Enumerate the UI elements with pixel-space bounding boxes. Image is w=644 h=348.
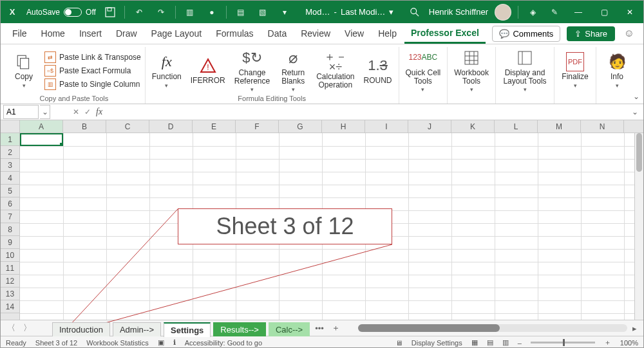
minimize-button[interactable]: — [569,8,588,17]
copy-button[interactable]: Copy ▾ [7,48,41,93]
col-header-B[interactable]: B [63,120,106,133]
finalize-button[interactable]: PDFFinalize▾ [558,48,592,93]
tab-professor-excel[interactable]: Professor Excel [404,24,486,44]
share-button[interactable]: ⇪ Share [567,26,615,41]
sheet-nav-next[interactable]: 〉 [21,322,34,334]
toggle-switch[interactable] [64,8,82,17]
smiley-icon[interactable]: ☺ [620,28,638,39]
round-button[interactable]: 1.3ROUND [361,48,395,93]
quick-cell-tools-button[interactable]: 123ABCQuick Cell Tools▾ [403,48,444,93]
row-header-12[interactable]: 12 [1,275,19,288]
col-header-C[interactable]: C [106,120,149,133]
col-header-F[interactable]: F [236,120,279,133]
qat-icon-1[interactable]: ▥ [182,5,198,20]
horizontal-scrollbar[interactable] [358,324,627,332]
row-header-11[interactable]: 11 [1,262,19,275]
hscroll-right-icon[interactable]: ▸ [630,324,639,333]
zoom-slider[interactable] [531,342,595,343]
row-header-9[interactable]: 9 [1,236,19,249]
return-blanks-button[interactable]: ⌀Return Blanks▾ [276,48,310,93]
qat-icon-3[interactable]: ▤ [233,5,249,20]
paste-single-column[interactable]: ▥Paste to Single Column [44,78,141,90]
paste-exact-formula[interactable]: =$Paste Exact Formula [44,65,141,77]
qat-icon-4[interactable]: ▧ [255,5,270,20]
expand-formula-bar-icon[interactable]: ⌄ [632,107,638,116]
row-header-13[interactable]: 13 [1,288,19,300]
row-header-8[interactable]: 8 [1,223,19,236]
sheet-tab-admin[interactable]: Admin--> [113,322,161,336]
zoom-value[interactable]: 100% [620,339,638,347]
tab-help[interactable]: Help [372,24,403,42]
maximize-button[interactable]: ▢ [594,8,614,17]
sheet-tab-introduction[interactable]: Introduction [52,322,110,336]
active-cell[interactable] [20,133,63,146]
save-icon[interactable] [102,5,118,20]
paste-link-transpose[interactable]: ⇄Paste Link & Transpose [44,51,141,63]
row-header-6[interactable]: 6 [1,197,19,210]
brush-icon[interactable]: ✎ [547,5,562,20]
col-header-L[interactable]: L [495,120,538,133]
select-all-corner[interactable] [1,120,20,133]
row-header-4[interactable]: 4 [1,172,19,185]
col-header-G[interactable]: G [279,120,322,133]
comments-button[interactable]: 💬 Comments [492,26,560,42]
tab-view[interactable]: View [338,24,370,42]
vertical-scroll-thumb[interactable] [636,133,642,172]
tab-page-layout[interactable]: Page Layout [145,24,209,42]
display-layout-button[interactable]: Display and Layout Tools▾ [500,48,550,93]
record-macro-icon[interactable]: ▣ [158,338,164,347]
tab-insert[interactable]: Insert [73,24,108,42]
col-header-D[interactable]: D [149,120,193,133]
undo-icon[interactable]: ↶ [131,5,147,20]
name-box[interactable]: A1 [3,105,39,119]
status-workbook-stats[interactable]: Workbook Statistics [86,339,148,347]
col-header-H[interactable]: H [322,120,365,133]
overflow-icon[interactable]: ▾ [277,5,292,20]
sheet-tab-settings[interactable]: Settings [164,322,211,337]
cancel-formula-icon[interactable]: ✕ [73,107,79,116]
zoom-out-icon[interactable]: – [518,339,522,347]
function-button[interactable]: fxFunction▾ [149,48,184,93]
row-header-14[interactable]: 14 [1,300,19,313]
col-header-E[interactable]: E [193,120,236,133]
tab-review[interactable]: Review [294,24,337,42]
view-page-break-icon[interactable]: ▥ [502,338,509,347]
iferror-button[interactable]: !IFERROR [188,48,228,93]
view-normal-icon[interactable]: ▦ [471,338,478,347]
row-header-1[interactable]: 1 [1,133,19,146]
col-header-K[interactable]: K [451,120,495,133]
sheet-nav-prev[interactable]: 〈 [5,322,18,334]
info-button[interactable]: 🧑Info▾ [600,48,634,93]
calculation-operation-button[interactable]: ＋－×÷Calculation Operation [314,48,357,93]
row-header-7[interactable]: 7 [1,210,19,223]
col-header-A[interactable]: A [20,120,63,133]
sheet-tab-results[interactable]: Results--> [213,322,266,336]
new-sheet-button[interactable]: ＋ [329,322,343,334]
tab-home[interactable]: Home [35,24,71,42]
row-header-2[interactable]: 2 [1,146,19,159]
diamond-icon[interactable]: ◈ [525,5,540,20]
col-header-J[interactable]: J [408,120,451,133]
search-icon[interactable] [407,5,422,20]
tab-file[interactable]: File [6,24,33,42]
fx-icon[interactable]: fx [96,107,102,117]
zoom-in-icon[interactable]: ＋ [604,338,611,347]
col-header-M[interactable]: M [538,120,581,133]
status-accessibility[interactable]: Accessibility: Good to go [185,339,262,347]
tab-formulas[interactable]: Formulas [209,24,260,42]
name-box-dropdown[interactable]: ⌄ [40,105,50,119]
horizontal-scroll-thumb[interactable] [358,324,500,332]
redo-icon[interactable]: ↷ [153,5,169,20]
autosave-toggle[interactable]: AutoSave Off [26,8,96,17]
row-header-10[interactable]: 10 [1,249,19,262]
dropdown-icon[interactable]: ▾ [389,7,393,17]
user-avatar[interactable] [495,4,511,21]
col-header-N[interactable]: N [581,120,624,133]
row-header-3[interactable]: 3 [1,159,19,172]
tab-draw[interactable]: Draw [109,24,144,42]
vertical-scrollbar[interactable] [634,133,643,320]
row-header-5[interactable]: 5 [1,185,19,197]
qat-icon-2[interactable]: ● [204,5,220,20]
col-header-I[interactable]: I [365,120,408,133]
view-page-layout-icon[interactable]: ▤ [487,338,493,347]
